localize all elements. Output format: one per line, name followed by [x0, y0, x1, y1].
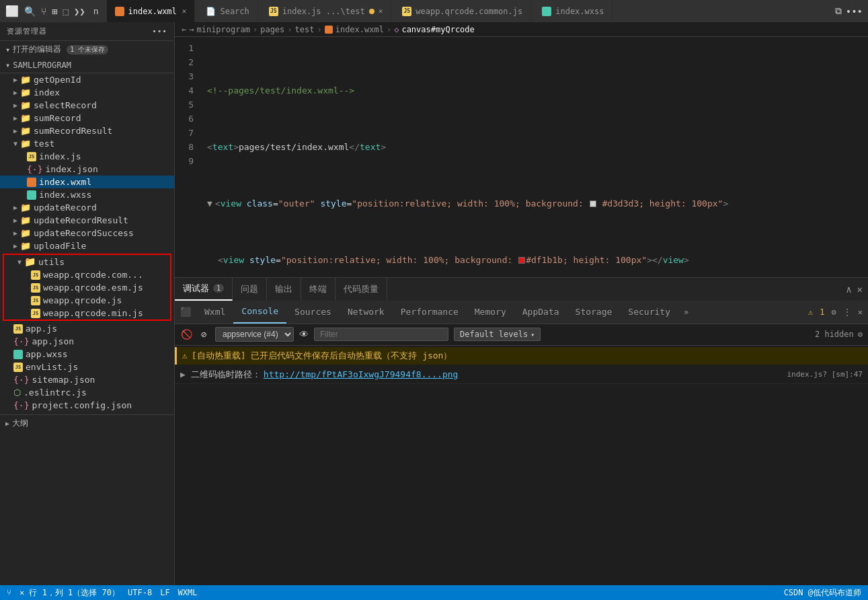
breadcrumb-sep: › [287, 25, 292, 34]
titlebar-icons: ⬜ 🔍 ⑂ ⊞ ⬚ ❯❯ n [5, 5, 99, 17]
dt-tab-memory[interactable]: Memory [467, 300, 514, 324]
split-editor-icon[interactable]: ⧉ [835, 5, 842, 17]
nav-forward-icon[interactable]: → [189, 25, 194, 34]
tree-label: index.wxml [39, 177, 91, 187]
tree-item-app-json[interactable]: {·} app.json [0, 335, 174, 348]
settings-icon[interactable]: ⚙ [858, 330, 863, 339]
levels-selector[interactable]: Default levels ▾ [454, 328, 541, 341]
samllprogram-section[interactable]: ▾ SAMLLPROGRAM [0, 58, 174, 73]
dt-close-icon[interactable]: ✕ [858, 307, 863, 317]
breadcrumb-part: miniprogram [196, 25, 249, 34]
tree-item[interactable]: ▶ 📁 selectRecord [0, 99, 174, 112]
git-icon[interactable]: ⑂ [7, 588, 11, 597]
tab-close-js[interactable]: ✕ [379, 7, 383, 15]
line-num: 6 [183, 112, 194, 126]
tree-item-app-js[interactable]: JS app.js [0, 322, 174, 335]
tree-item-index-json[interactable]: {·} index.json [0, 163, 174, 176]
grid-icon[interactable]: ⊞ [52, 6, 57, 17]
code-content[interactable]: <!--pages/test/index.wxml--> <text>pages… [202, 37, 868, 277]
dt-tab-wxml[interactable]: Wxml [196, 300, 233, 324]
tree-item[interactable]: ▶ 📁 updateRecordResult [0, 214, 174, 227]
tree-item-weapp1[interactable]: JS weapp.qrcode.com... [4, 268, 170, 281]
dt-tab-storage[interactable]: Storage [567, 300, 621, 324]
tree-item-index-wxss[interactable]: index.wxss [0, 188, 174, 201]
tree-item[interactable]: ▶ 📁 index [0, 86, 174, 99]
outline-section[interactable]: ▶ 大纲 [0, 414, 174, 432]
encoding-label[interactable]: UTF-8 [128, 588, 152, 597]
filter-input[interactable] [314, 328, 448, 341]
tab-index-wxml[interactable]: index.wxml ✕ [107, 0, 196, 22]
breadcrumb-part: index.wxml [336, 25, 384, 34]
panel-tab-issues[interactable]: 问题 [233, 278, 267, 301]
sidebar-more-icon[interactable]: ••• [152, 27, 167, 36]
eye-icon[interactable]: 👁 [299, 329, 309, 340]
open-editors-section[interactable]: ▾ 打开的编辑器 1 个未保存 [0, 41, 174, 58]
more-menu-icon[interactable]: ••• [846, 6, 863, 17]
folder-icon: 📁 [20, 100, 31, 110]
tree-item-app-wxss[interactable]: app.wxss [0, 348, 174, 361]
split-icon[interactable]: ⬚ [63, 6, 68, 17]
devtools-icon[interactable]: ⬛ [175, 307, 196, 317]
tree-item-index-wxml[interactable]: index.wxml [0, 176, 174, 188]
dt-tab-sources[interactable]: Sources [286, 300, 340, 324]
more-icon[interactable]: ❯❯ [74, 6, 85, 17]
tab-index-wxss[interactable]: index.wxss [534, 0, 613, 22]
console-link[interactable]: http://tmp/fPtAF3oIxwgJ79494f8....png [264, 369, 459, 379]
dt-kebab-icon[interactable]: ⋮ [843, 307, 851, 317]
tab-search[interactable]: 📄 Search [198, 0, 258, 22]
tree-label: index.wxss [39, 190, 91, 200]
error-count[interactable]: ✕ 行 1，列 1（选择 70） [19, 587, 120, 599]
panel-tab-output[interactable]: 输出 [267, 278, 301, 301]
tree-item[interactable]: ▶ 📁 updateRecordSuccess [0, 227, 174, 239]
tab-close-wxml[interactable]: ✕ [182, 7, 187, 15]
dt-tab-console[interactable]: Console [233, 300, 286, 324]
dt-more[interactable]: » [678, 307, 694, 317]
tree-item[interactable]: ▶ 📁 sumRecord [0, 112, 174, 124]
panel-tab-quality[interactable]: 代码质量 [336, 278, 387, 301]
open-editors-label: 打开的编辑器 [13, 44, 61, 55]
expand-arrow-icon[interactable]: ▶ [180, 369, 186, 379]
panel-close-icon[interactable]: ✕ [857, 284, 863, 295]
tab-icon-wxss [542, 7, 551, 16]
devtools-tabs-bar: ⬛ Wxml Console Sources Network Performan… [175, 301, 868, 324]
breadcrumb-part: pages [260, 25, 284, 34]
new-file-icon[interactable]: ⬜ [5, 5, 19, 17]
tree-item[interactable]: ▶ 📁 getOpenId [0, 73, 174, 86]
tree-item-index-js[interactable]: JS index.js [0, 150, 174, 163]
tree-item[interactable]: ▶ 📁 sumRecordResult [0, 124, 174, 137]
tree-item-weapp3[interactable]: JS weapp.qrcode.js [4, 294, 170, 307]
chevron-right-icon: ▶ [13, 76, 17, 83]
dt-tab-performance[interactable]: Performance [393, 300, 467, 324]
language-label[interactable]: WXML [178, 588, 198, 597]
folder-special-icon: 📁 [24, 256, 36, 267]
tree-item-test[interactable]: ▼ 📁 test [0, 137, 174, 150]
panel-minimize-icon[interactable]: ∧ [846, 284, 851, 295]
clear-console-icon[interactable]: 🚫 [180, 328, 192, 340]
tree-item-weapp4[interactable]: JS weapp.qrcode.min.js [4, 307, 170, 320]
tree-item-project-config[interactable]: {·} project.config.json [0, 399, 174, 412]
tree-item[interactable]: ▶ 📁 uploadFile [0, 239, 174, 252]
nav-back-icon[interactable]: ← [182, 25, 186, 34]
console-output[interactable]: ⚠ [自动热重载] 已开启代码文件保存后自动热重载（不支持 json） ▶ 二维… [175, 346, 868, 586]
tree-item-envlist[interactable]: JS envList.js [0, 361, 174, 373]
tree-item-eslint[interactable]: ⬡ .eslintrc.js [0, 386, 174, 399]
tree-item-utils[interactable]: ▼ 📁 utils [4, 255, 170, 268]
tab-weapp-qrcode[interactable]: JS weapp.qrcode.common.js [394, 0, 531, 22]
search-titlebar-icon[interactable]: 🔍 [24, 6, 36, 17]
tree-item[interactable]: ▶ 📁 updateRecord [0, 201, 174, 214]
stop-icon[interactable]: ⊘ [198, 328, 210, 340]
tree-item-sitemap[interactable]: {·} sitemap.json [0, 373, 174, 386]
tree-item-weapp2[interactable]: JS weapp.qrcode.esm.js [4, 281, 170, 294]
dt-tab-label: Sources [294, 307, 331, 317]
dt-tab-appdata[interactable]: AppData [514, 300, 567, 324]
panel-tab-label: 输出 [275, 283, 292, 295]
source-control-icon[interactable]: ⑂ [41, 6, 46, 17]
service-selector[interactable]: appservice (#4) [215, 327, 294, 342]
tab-index-js[interactable]: JS index.js ...\test ✕ [261, 0, 391, 22]
lineending-label[interactable]: LF [160, 588, 169, 597]
panel-tab-debugger[interactable]: 调试器 1 [175, 278, 233, 301]
panel-tab-terminal[interactable]: 终端 [301, 278, 336, 301]
dt-gear-icon[interactable]: ⚙ [832, 307, 836, 317]
dt-tab-security[interactable]: Security [620, 300, 678, 324]
dt-tab-network[interactable]: Network [340, 300, 393, 324]
